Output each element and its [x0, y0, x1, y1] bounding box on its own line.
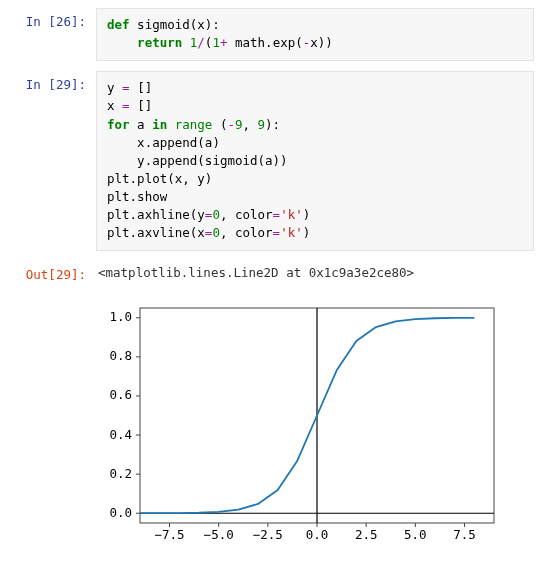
sigmoid-line-chart: 0.00.20.40.60.81.0−7.5−5.0−2.50.02.55.07… [98, 298, 506, 553]
y-tick-label: 0.4 [109, 427, 132, 442]
x-tick-label: 2.5 [355, 527, 378, 542]
x-tick-label: 0.0 [306, 527, 329, 542]
input-prompt: In [29]: [8, 71, 96, 251]
y-tick-label: 0.8 [109, 349, 132, 364]
output-prompt: Out[29]: [8, 261, 96, 288]
output-cell-29: Out[29]: <matplotlib.lines.Line2D at 0x1… [8, 261, 534, 288]
code-input[interactable]: y = [] x = [] for a in range (-9, 9): x.… [96, 71, 534, 251]
code-input[interactable]: def sigmoid(x): return 1/(1+ math.exp(-x… [96, 8, 534, 61]
x-tick-label: −5.0 [204, 527, 234, 542]
x-tick-label: 7.5 [453, 527, 476, 542]
output-text: <matplotlib.lines.Line2D at 0x1c9a3e2ce8… [96, 261, 534, 288]
input-prompt: In [26]: [8, 8, 96, 61]
y-tick-label: 1.0 [109, 310, 132, 325]
output-chart: 0.00.20.40.60.81.0−7.5−5.0−2.50.02.55.07… [96, 298, 534, 557]
x-tick-label: 5.0 [404, 527, 427, 542]
x-tick-label: −2.5 [253, 527, 283, 542]
y-tick-label: 0.0 [109, 505, 132, 520]
y-tick-label: 0.2 [109, 466, 132, 481]
code-cell-26: In [26]: def sigmoid(x): return 1/(1+ ma… [8, 8, 534, 61]
x-tick-label: −7.5 [154, 527, 184, 542]
y-tick-label: 0.6 [109, 388, 132, 403]
code-cell-29: In [29]: y = [] x = [] for a in range (-… [8, 71, 534, 251]
